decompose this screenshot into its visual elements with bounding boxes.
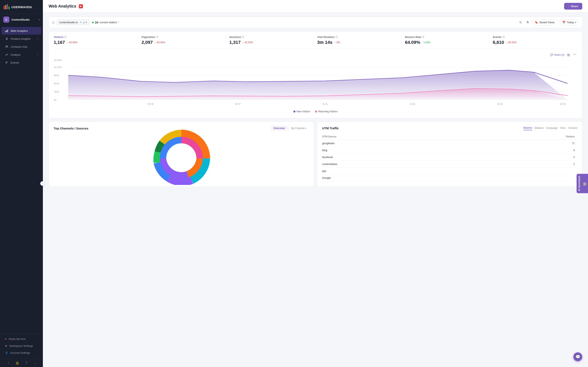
bell-icon[interactable]: 🔔 — [15, 361, 19, 365]
workspace-avatar: C — [3, 17, 9, 23]
chart-bar-icon — [5, 29, 9, 33]
top-channels-card: Top Channels / Sources Overview | By Cha… — [49, 122, 314, 187]
date-range-button[interactable]: 📅 Today ▾ — [560, 19, 579, 25]
logo-icon — [3, 4, 10, 10]
notes-label: Notes (4) — [554, 53, 564, 56]
arrow-down-icon: ↓ — [334, 41, 335, 44]
sidebar-item-label: Product Insights — [11, 37, 30, 40]
share-button[interactable]: ↑ Share — [564, 3, 582, 9]
chat-bubble-button[interactable]: 💬 — [573, 352, 582, 361]
utm-table: UTM Source Visitors googleads71blog9face… — [322, 133, 577, 182]
moon-icon[interactable]: ☽ — [6, 361, 9, 365]
svg-text:90: 90 — [54, 75, 59, 77]
utm-source-cell: ppc — [322, 167, 477, 175]
utm-traffic-card: UTM Traffic Source Medium Campaign Term … — [317, 122, 582, 187]
bottom-row: Top Channels / Sources Overview | By Cha… — [49, 122, 582, 187]
table-row[interactable]: contentideas2 — [322, 161, 577, 167]
sidebar-item-product-insights[interactable]: Product Insights › — [2, 35, 41, 43]
logo-text: USERMAVEN. — [11, 5, 33, 9]
sidebar-item-share-love[interactable]: ♥ Share the love — [2, 336, 41, 342]
top-channels-tabs: Overview | By Channel ▾ — [271, 126, 309, 131]
info-icon[interactable]: ⓘ — [502, 35, 505, 39]
tab-campaign[interactable]: Campaign — [546, 126, 558, 130]
tab-by-channel[interactable]: By Channel ▾ — [289, 126, 309, 131]
info-icon[interactable]: ⓘ — [156, 35, 158, 39]
logout-icon[interactable]: → — [33, 361, 36, 365]
notes-button[interactable]: 💬 Notes (4) — [550, 53, 564, 56]
sidebar-item-label: Contacts Hub — [11, 45, 27, 48]
sidebar-bottom: ♥ Share the love ⚙ Workspace Settings 👤 … — [0, 334, 43, 359]
svg-rect-2 — [7, 4, 8, 9]
refresh-button[interactable]: ↻ — [519, 20, 523, 25]
visit-duration-label: Visit Duration — [317, 35, 334, 39]
sort-arrows-icon: ▲▼ — [83, 21, 87, 24]
utm-tabs: Source Medium Campaign Term Content — [523, 126, 577, 130]
info-icon[interactable]: ⓘ — [242, 35, 244, 39]
stat-visit-duration: Visit Duration ⓘ 3m 14s ↓ -3% — [314, 35, 402, 45]
sidebar-collapse-button[interactable]: ‹ — [40, 181, 45, 186]
line-chart-toggle[interactable]: 〰 — [573, 52, 577, 57]
logo-area: USERMAVEN. — [0, 0, 43, 14]
info-icon[interactable]: ⓘ — [64, 35, 66, 39]
live-badge: ▶ — [79, 4, 83, 8]
svg-text:15: 15 — [409, 103, 415, 105]
close-icon[interactable]: ✕ — [80, 21, 82, 24]
svg-text:0: 0 — [54, 99, 56, 101]
info-icon[interactable]: ⓘ — [422, 35, 424, 39]
workspace-selector[interactable]: C ContentStudio ▾ — [0, 14, 43, 25]
bounce-rate-change: ↑ 1.89% — [422, 41, 430, 44]
sidebar-item-label: Account Settings — [10, 351, 30, 354]
donut-chart — [143, 128, 220, 185]
chevron-down-icon: ▾ — [575, 21, 576, 24]
ai-assistant-panel[interactable]: 🤖 AI Assistant — [577, 174, 588, 193]
domain-filter[interactable]: contentstudio.io ✕ ▲▼ — [57, 19, 90, 25]
svg-rect-4 — [5, 31, 6, 32]
date-range-label: Today — [567, 21, 574, 24]
visit-duration-change: ↓ -3% — [334, 41, 340, 44]
donut-chart-wrapper — [54, 134, 309, 179]
svg-text:03: 03 — [148, 103, 154, 105]
tab-overview[interactable]: Overview — [271, 126, 287, 131]
chevron-down-icon: ▾ — [305, 127, 306, 129]
robot-icon: 🤖 — [582, 181, 587, 186]
tab-source[interactable]: Source — [523, 126, 532, 130]
arrow-right-icon: › — [37, 54, 38, 56]
visitors-change: ↓ -40.49% — [67, 41, 77, 44]
sidebar-item-analyze[interactable]: Analyze › — [2, 51, 41, 58]
table-row[interactable]: ppc — [322, 167, 577, 175]
sidebar-item-account-settings[interactable]: 👤 Account Settings — [2, 350, 41, 356]
chart-legend: New Visitors Returning Visitors — [54, 110, 577, 113]
sidebar-item-contacts-hub[interactable]: Contacts Hub — [2, 43, 41, 50]
bounce-rate-value: 64.09% — [405, 40, 420, 45]
sidebar-item-label: Events — [11, 61, 19, 64]
sidebar-item-events[interactable]: Events — [2, 59, 41, 67]
utm-source-header: UTM Source — [322, 133, 477, 140]
filter-button[interactable]: ⚗ — [525, 20, 530, 25]
new-visitors-dot — [293, 110, 295, 113]
help-icon[interactable]: ? — [25, 361, 27, 365]
arrow-down-icon: ↓ — [154, 41, 156, 44]
table-row[interactable]: blog9 — [322, 147, 577, 154]
events-icon — [5, 61, 9, 64]
tab-medium[interactable]: Medium — [535, 126, 544, 130]
table-row[interactable]: googleads71 — [322, 140, 577, 147]
analyze-icon — [5, 53, 9, 57]
utm-traffic-title: UTM Traffic — [322, 126, 339, 130]
new-visitors-legend: New Visitors — [293, 110, 310, 113]
bar-chart-toggle[interactable]: ▦ — [566, 52, 571, 57]
saved-views-button[interactable]: 🔖 Saved Views — [532, 19, 557, 25]
sidebar-item-workspace-settings[interactable]: ⚙ Workspace Settings — [2, 342, 41, 349]
svg-rect-1 — [5, 5, 6, 9]
svg-text:07: 07 — [235, 103, 241, 105]
table-row[interactable]: facebook3 — [322, 154, 577, 161]
page-title: Web Analytics — [49, 4, 76, 8]
utm-visitors-cell — [477, 175, 577, 182]
sidebar-item-web-analytics[interactable]: Web Analytics — [2, 27, 41, 35]
info-icon[interactable]: ⓘ — [335, 35, 337, 39]
tab-term[interactable]: Term — [560, 126, 566, 130]
tab-content[interactable]: Content — [568, 126, 577, 130]
svg-rect-0 — [4, 6, 5, 9]
table-row[interactable]: Google — [322, 175, 577, 182]
sessions-label: Sessions — [229, 35, 241, 39]
pageviews-change: ↓ -40.46% — [154, 41, 165, 44]
